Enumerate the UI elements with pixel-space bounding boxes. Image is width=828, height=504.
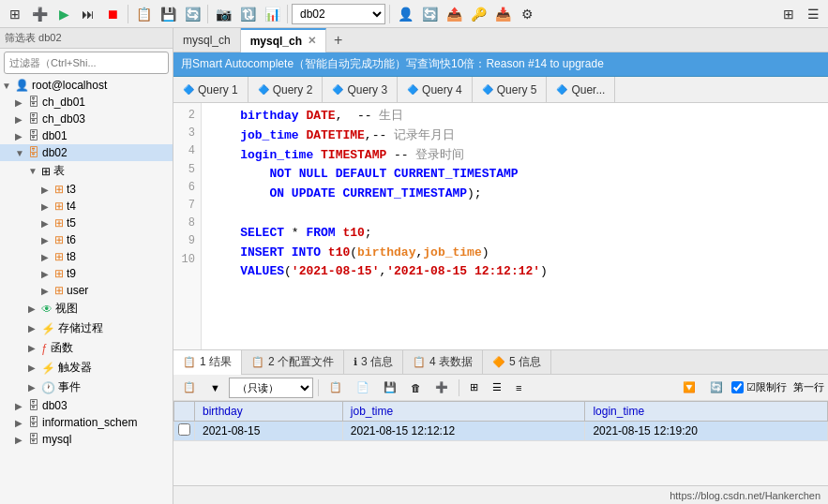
results-filter-btn[interactable]: 🔽 [677, 378, 701, 398]
code-content[interactable]: birthday DATE, -- 生日 job_time DATETIME,-… [202, 103, 828, 349]
sidebar-item-t4[interactable]: ▶ ⊞ t4 [0, 198, 173, 215]
results-list-btn[interactable]: ☰ [487, 378, 507, 398]
toolbar-btn-grid[interactable]: ⊞ [777, 3, 800, 25]
results-table: birthday job_time login_time 2021-08-15 … [173, 401, 828, 441]
window-tab-mysql-ch-2[interactable]: mysql_ch ✕ [241, 28, 326, 52]
sidebar-item-user[interactable]: ▶ ⊞ user [0, 282, 173, 299]
result-tab-icon: 🔶 [492, 356, 505, 368]
sidebar-item-info-schema[interactable]: ▶ 🗄 information_schem [0, 414, 173, 431]
results-delete-btn[interactable]: 🗑 [405, 378, 427, 398]
sidebar-item-db02[interactable]: ▼ 🗄 db02 [0, 144, 173, 161]
col-job-time[interactable]: job_time [342, 402, 585, 422]
toolbar-btn-user[interactable]: 👤 [394, 3, 416, 25]
results-add-btn[interactable]: ➕ [429, 378, 454, 398]
results-text-btn[interactable]: ≡ [510, 378, 527, 398]
toolbar-btn-1[interactable]: ⊞ [4, 3, 26, 25]
results-refresh-btn[interactable]: 🔄 [704, 378, 729, 398]
results-save-btn[interactable]: 💾 [378, 378, 402, 398]
results-grid-btn[interactable]: ⊞ [464, 378, 484, 398]
toolbar-btn-save[interactable]: 💾 [157, 3, 179, 25]
results-export-btn[interactable]: 📋 [177, 378, 202, 398]
table-header-row: birthday job_time login_time [174, 402, 828, 422]
results-paste-btn[interactable]: 📄 [351, 378, 375, 398]
result-tab-icon: 📋 [413, 356, 426, 368]
right-panel: mysql_ch mysql_ch ✕ + 用Smart Autocomplet… [173, 28, 828, 504]
result-tab-icon: 📋 [251, 356, 264, 368]
expand-icon: ▶ [15, 418, 28, 428]
result-tab-3[interactable]: ℹ 3 信息 [344, 350, 403, 375]
query-tab-5[interactable]: 🔷 Query 5 [473, 77, 548, 103]
result-tab-5[interactable]: 🔶 5 信息 [483, 350, 551, 375]
new-tab-button[interactable]: + [326, 28, 350, 52]
window-tab-mysql-ch-1[interactable]: mysql_ch [173, 28, 241, 52]
limit-row-checkbox-label[interactable]: ☑限制行 [731, 380, 787, 394]
sidebar-item-t3[interactable]: ▶ ⊞ t3 [0, 181, 173, 198]
query-tab-icon: 🔷 [183, 84, 194, 95]
sidebar-item-label: t3 [67, 183, 76, 196]
result-tab-icon: 📋 [183, 356, 196, 368]
query-tab-3[interactable]: 🔷 Query 3 [323, 77, 398, 103]
query-tab-6[interactable]: 🔷 Quer... [547, 77, 615, 103]
query-tab-4[interactable]: 🔷 Query 4 [398, 77, 473, 103]
toolbar-btn-6[interactable]: 🔃 [236, 3, 259, 25]
table-row[interactable]: 2021-08-15 2021-08-15 12:12:12 2021-08-1… [174, 422, 828, 441]
sidebar-item-ch-db03[interactable]: ▶ 🗄 ch_db03 [0, 111, 173, 127]
toolbar-btn-play[interactable]: ▶ [53, 3, 75, 25]
toolbar-btn-7[interactable]: 📊 [261, 3, 283, 25]
result-tab-4[interactable]: 📋 4 表数据 [403, 350, 483, 375]
sidebar-item-label: db01 [42, 129, 68, 142]
result-tab-1[interactable]: 📋 1 结果 [173, 350, 242, 375]
toolbar-btn-copy[interactable]: 📋 [132, 3, 155, 25]
results-option-btn[interactable]: ▼ [204, 378, 226, 398]
query-tab-2[interactable]: 🔷 Query 2 [248, 77, 324, 103]
query-tab-1[interactable]: 🔷 Query 1 [173, 77, 248, 103]
sidebar-item-db01[interactable]: ▶ 🗄 db01 [0, 127, 173, 144]
sidebar: 筛选表 db02 ▼ 👤 root@localhost ▶ 🗄 ch_db01 … [0, 28, 173, 504]
sidebar-search-input[interactable] [4, 52, 169, 74]
sidebar-item-t5[interactable]: ▶ ⊞ t5 [0, 215, 173, 231]
sidebar-item-t6[interactable]: ▶ ⊞ t6 [0, 231, 173, 248]
results-copy-btn[interactable]: 📋 [324, 378, 348, 398]
toolbar-btn-stop[interactable]: ⏹ [101, 3, 124, 25]
toolbar-btn-9[interactable]: 📤 [443, 3, 465, 25]
row-checkbox-cell[interactable] [174, 422, 195, 441]
toolbar-btn-11[interactable]: 📥 [491, 3, 514, 25]
sidebar-item-table-group[interactable]: ▼ ⊞ 表 [0, 161, 173, 181]
toolbar-btn-2[interactable]: ➕ [28, 3, 51, 25]
sidebar-item-label: information_schem [42, 416, 137, 429]
sidebar-item-views[interactable]: ▶ 👁 视图 [0, 299, 173, 319]
sidebar-item-db03[interactable]: ▶ 🗄 db03 [0, 397, 173, 414]
expand-icon: ▶ [41, 218, 54, 229]
toolbar-btn-5[interactable]: 📷 [212, 3, 234, 25]
toolbar-btn-refresh[interactable]: 🔄 [181, 3, 203, 25]
toolbar-btn-12[interactable]: ⚙ [516, 3, 538, 25]
sidebar-item-funcs[interactable]: ▶ ƒ 函数 [0, 338, 173, 358]
col-birthday[interactable]: birthday [195, 402, 343, 422]
result-tab-2[interactable]: 📋 2 个配置文件 [242, 350, 344, 375]
close-icon[interactable]: ✕ [308, 35, 316, 47]
row-checkbox[interactable] [178, 423, 190, 436]
sidebar-item-events[interactable]: ▶ 🕐 事件 [0, 378, 173, 397]
db-selector[interactable]: db02 [292, 4, 385, 24]
query-tab-label: Query 4 [422, 83, 462, 96]
sidebar-item-ch-db01[interactable]: ▶ 🗄 ch_db01 [0, 94, 173, 111]
sidebar-item-t8[interactable]: ▶ ⊞ t8 [0, 248, 173, 265]
sidebar-item-triggers[interactable]: ▶ ⚡ 触发器 [0, 358, 173, 378]
col-login-time[interactable]: login_time [585, 402, 828, 422]
sidebar-item-t9[interactable]: ▶ ⊞ t9 [0, 265, 173, 282]
sidebar-item-label: 触发器 [58, 360, 92, 376]
sidebar-item-procs[interactable]: ▶ ⚡ 存储过程 [0, 319, 173, 338]
proc-icon: ⚡ [41, 322, 55, 335]
limit-row-checkbox[interactable] [731, 381, 744, 393]
trigger-icon: ⚡ [41, 362, 55, 375]
toolbar-btn-skip[interactable]: ⏭ [77, 3, 99, 25]
toolbar-btn-8[interactable]: 🔄 [418, 3, 441, 25]
result-tab-label: 3 信息 [361, 354, 393, 370]
code-editor[interactable]: 2 3 4 5 6 7 8 9 10 birthday DATE, -- 生日 … [173, 103, 828, 349]
toolbar-btn-menu[interactable]: ☰ [802, 3, 824, 25]
sidebar-item-root[interactable]: ▼ 👤 root@localhost [0, 77, 173, 94]
sidebar-item-mysql[interactable]: ▶ 🗄 mysql [0, 431, 173, 448]
view-icon: 👁 [41, 303, 53, 316]
readonly-select[interactable]: （只读） [229, 378, 313, 398]
toolbar-btn-10[interactable]: 🔑 [467, 3, 489, 25]
